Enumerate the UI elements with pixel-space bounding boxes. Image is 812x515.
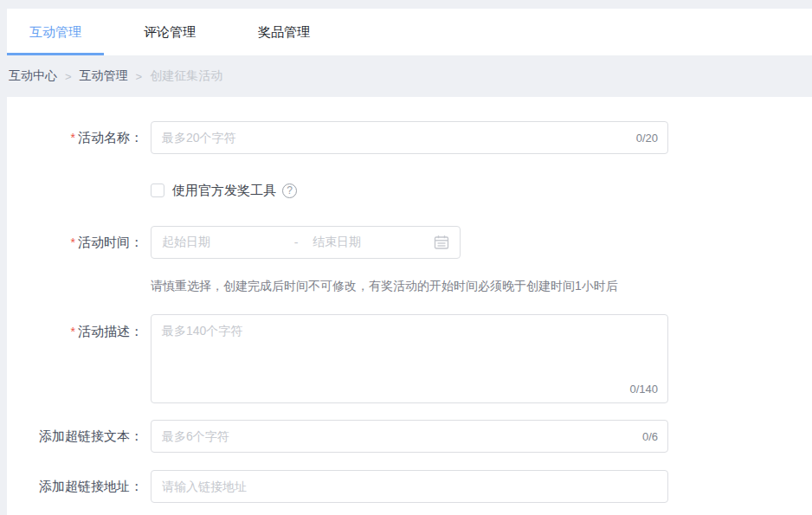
activity-description-wrap: 0/140 <box>151 314 668 403</box>
activity-description-label: *活动描述： <box>7 314 151 340</box>
official-tool-checkbox[interactable] <box>151 183 164 197</box>
breadcrumb-item-interaction-management[interactable]: 互动管理 <box>80 68 128 84</box>
link-url-label: 添加超链接地址： <box>7 478 151 495</box>
required-mark: * <box>71 325 75 338</box>
activity-name-input[interactable] <box>151 121 668 154</box>
official-tool-row: 使用官方发奖工具 ? <box>7 183 812 198</box>
question-circle-icon[interactable]: ? <box>282 183 297 198</box>
start-date-input[interactable]: 起始日期 <box>162 235 287 250</box>
breadcrumb-item-create-activity: 创建征集活动 <box>150 68 222 84</box>
link-text-label: 添加超链接文本： <box>7 428 151 445</box>
create-activity-form: *活动名称： 0/20 使用官方发奖工具 ? *活动时间： 起始日期 - 结束日… <box>7 97 812 515</box>
activity-name-wrap: 0/20 <box>151 121 668 154</box>
end-date-input[interactable]: 结束日期 <box>313 235 434 250</box>
date-range-picker[interactable]: 起始日期 - 结束日期 <box>151 226 461 259</box>
activity-name-label: *活动名称： <box>7 129 151 146</box>
tab-interaction-management[interactable]: 互动管理 <box>7 9 104 55</box>
chevron-right-icon: > <box>65 70 72 83</box>
link-text-row: 添加超链接文本： 0/6 <box>7 420 812 453</box>
required-mark: * <box>71 131 75 145</box>
activity-description-input[interactable] <box>151 314 668 403</box>
activity-time-label: *活动时间： <box>7 234 151 251</box>
official-tool-label: 使用官方发奖工具 <box>172 183 276 199</box>
tab-label: 奖品管理 <box>258 24 310 41</box>
breadcrumb-item-interaction-center[interactable]: 互动中心 <box>9 68 57 84</box>
link-url-row: 添加超链接地址： <box>7 470 812 503</box>
required-mark: * <box>71 235 75 249</box>
calendar-icon[interactable] <box>434 235 449 250</box>
link-text-input[interactable] <box>151 420 668 453</box>
tab-prize-management[interactable]: 奖品管理 <box>235 9 332 55</box>
activity-time-row: *活动时间： 起始日期 - 结束日期 <box>7 226 812 259</box>
link-text-wrap: 0/6 <box>151 420 668 453</box>
date-range-separator: - <box>287 235 306 249</box>
link-url-input[interactable] <box>151 470 668 503</box>
chevron-right-icon: > <box>136 70 143 83</box>
activity-description-row: *活动描述： 0/140 <box>7 314 812 403</box>
tab-comment-management[interactable]: 评论管理 <box>121 9 218 55</box>
tab-bar: 互动管理 评论管理 奖品管理 <box>7 9 812 55</box>
active-tab-underline <box>7 53 104 55</box>
activity-name-row: *活动名称： 0/20 <box>7 121 812 154</box>
breadcrumb: 互动中心 > 互动管理 > 创建征集活动 <box>0 55 812 97</box>
link-url-wrap <box>151 470 668 503</box>
activity-time-hint: 请慎重选择，创建完成后时间不可修改，有奖活动的开始时间必须晚于创建时间1小时后 <box>151 277 812 294</box>
tab-label: 互动管理 <box>29 24 81 41</box>
tab-label: 评论管理 <box>144 24 196 41</box>
